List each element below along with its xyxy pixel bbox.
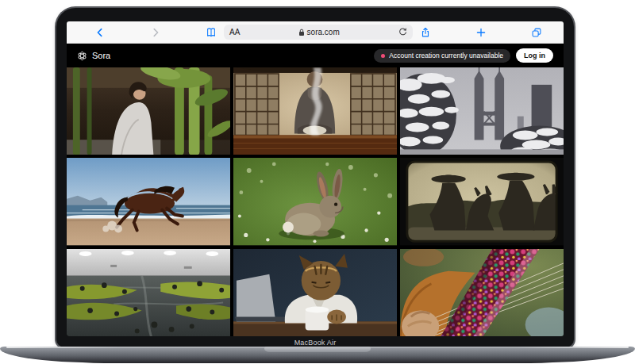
sora-brand[interactable]: Sora [77,51,110,61]
device-label: MacBook Air [56,339,574,347]
reload-icon[interactable] [398,28,407,37]
header-actions: Account creation currently unavailable L… [374,48,553,63]
status-badge: Account creation currently unavailable [374,49,510,63]
bookmarks-icon[interactable] [205,26,217,39]
laptop-screen-frame: AA sora.com [56,8,574,347]
forward-icon[interactable] [149,26,162,39]
toolbar-left-group [94,26,217,39]
video-thumbnail-cat-office[interactable] [233,249,397,336]
brand-label: Sora [92,51,110,60]
video-thumbnail-rabbit-grass[interactable] [233,158,397,245]
site-header: Sora Account creation currently unavaila… [67,44,564,67]
tabs-icon[interactable] [530,26,543,39]
login-button[interactable]: Log in [516,48,553,63]
openai-logo-icon [77,51,87,61]
laptop-base [0,347,635,363]
back-icon[interactable] [94,26,106,39]
lock-icon [298,29,305,36]
address-bar[interactable]: AA sora.com [224,25,413,40]
laptop-screen: AA sora.com [67,21,564,336]
video-thumbnail-moss-installation[interactable] [67,249,230,336]
current-url: sora.com [240,28,398,36]
video-thumbnail-tea-man[interactable] [233,67,397,155]
video-thumbnail-bamboo-woman[interactable] [67,67,230,155]
browser-toolbar: AA sora.com [67,21,564,44]
status-text: Account creation currently unavailable [389,52,503,59]
laptop-lid-notch [264,347,371,352]
share-icon[interactable] [419,26,432,39]
sora-webpage: Sora Account creation currently unavaila… [67,44,564,336]
video-thumbnail-snowy-city[interactable] [400,67,564,155]
video-thumbnail-vintage-cowboys[interactable] [400,158,564,245]
new-tab-icon[interactable] [475,26,487,39]
reader-options-button[interactable]: AA [229,28,240,36]
toolbar-right-group [419,26,543,39]
video-thumbnail-horse-beach[interactable] [67,158,230,245]
video-gallery [67,67,564,336]
status-dot-icon [381,54,385,58]
video-thumbnail-guitar-strap[interactable] [400,249,564,336]
macbook-mockup: AA sora.com [0,0,635,364]
